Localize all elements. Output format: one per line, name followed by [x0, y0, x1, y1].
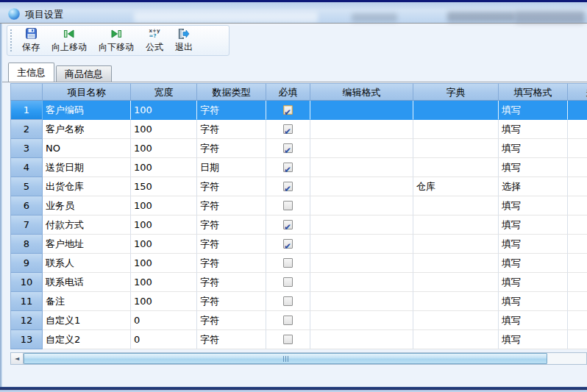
table-row[interactable]: 8客户地址100字符填写 — [10, 235, 587, 254]
row-number[interactable]: 11 — [10, 292, 43, 311]
row-number[interactable]: 12 — [10, 311, 43, 330]
cell-extra[interactable] — [568, 292, 587, 311]
cell-data-type[interactable]: 字符 — [197, 254, 266, 273]
cell-fill-format[interactable]: 填写 — [499, 120, 568, 139]
cell-item-name[interactable]: 备注 — [43, 292, 131, 311]
cell-edit-format[interactable] — [310, 311, 413, 330]
cell-fill-format[interactable]: 填写 — [499, 101, 568, 120]
cell-width[interactable]: 100 — [131, 235, 197, 254]
cell-width[interactable]: 100 — [131, 196, 197, 215]
cell-fill-format[interactable]: 填写 — [499, 235, 568, 254]
cell-width[interactable]: 0 — [131, 311, 197, 330]
cell-fill-format[interactable]: 填写 — [499, 273, 568, 292]
row-number[interactable]: 7 — [10, 215, 43, 235]
cell-edit-format[interactable] — [310, 273, 413, 292]
cell-item-name[interactable]: 出货仓库 — [43, 177, 131, 196]
cell-width[interactable]: 100 — [131, 215, 197, 235]
cell-data-type[interactable]: 字符 — [197, 215, 266, 235]
cell-dictionary[interactable]: 仓库 — [413, 177, 499, 196]
cell-data-type[interactable]: 字符 — [197, 235, 266, 254]
required-checkbox[interactable] — [283, 258, 293, 268]
cell-extra[interactable] — [568, 101, 587, 120]
cell-fill-format[interactable]: 填写 — [499, 139, 568, 158]
cell-width[interactable]: 100 — [131, 139, 197, 158]
cell-item-name[interactable]: NO — [43, 139, 131, 158]
cell-item-name[interactable]: 联系电话 — [43, 273, 131, 292]
row-number[interactable]: 13 — [10, 330, 43, 349]
table-row[interactable]: 12自定义10字符填写 — [10, 311, 587, 330]
cell-extra[interactable] — [568, 330, 587, 349]
cell-extra[interactable] — [568, 215, 587, 235]
toolbar-grip[interactable] — [10, 29, 13, 51]
cell-data-type[interactable]: 字符 — [197, 196, 266, 215]
cell-edit-format[interactable] — [310, 139, 413, 158]
column-header-6[interactable]: 字典 — [413, 83, 499, 101]
cell-edit-format[interactable] — [310, 292, 413, 311]
cell-fill-format[interactable]: 填写 — [499, 311, 568, 330]
cell-item-name[interactable]: 自定义2 — [43, 330, 131, 349]
cell-extra[interactable] — [568, 254, 587, 273]
column-header-1[interactable]: 项目名称 — [43, 83, 131, 101]
cell-data-type[interactable]: 字符 — [197, 139, 266, 158]
cell-edit-format[interactable] — [310, 120, 413, 139]
cell-fill-format[interactable]: 填写 — [499, 196, 568, 215]
move-down-button[interactable]: 向下移动 — [93, 26, 140, 55]
column-header-2[interactable]: 宽度 — [131, 83, 197, 101]
row-number[interactable]: 3 — [10, 139, 43, 158]
table-row[interactable]: 13自定义20字符填写 — [10, 330, 587, 349]
row-number[interactable]: 5 — [10, 177, 43, 196]
required-checkbox[interactable] — [283, 143, 293, 153]
table-row[interactable]: 3NO100字符填写 — [10, 139, 587, 158]
cell-edit-format[interactable] — [310, 254, 413, 273]
cell-data-type[interactable]: 字符 — [197, 177, 266, 196]
cell-extra[interactable] — [568, 177, 587, 196]
table-row[interactable]: 2客户名称100字符填写 — [10, 120, 587, 139]
cell-item-name[interactable]: 联系人 — [43, 254, 131, 273]
column-header-8[interactable]: 关 — [568, 83, 587, 101]
cell-dictionary[interactable] — [413, 254, 499, 273]
cell-width[interactable]: 100 — [131, 158, 197, 177]
required-checkbox[interactable] — [283, 182, 293, 191]
table-row[interactable]: 4送货日期100日期填写 — [10, 158, 587, 177]
cell-edit-format[interactable] — [310, 215, 413, 235]
cell-item-name[interactable]: 客户名称 — [43, 120, 131, 139]
move-up-button[interactable]: 向上移动 — [46, 26, 93, 55]
cell-item-name[interactable]: 自定义1 — [43, 311, 131, 330]
cell-dictionary[interactable] — [413, 273, 499, 292]
cell-width[interactable]: 100 — [131, 120, 197, 139]
cell-fill-format[interactable]: 填写 — [499, 158, 568, 177]
cell-item-name[interactable]: 客户编码 — [43, 101, 131, 120]
cell-data-type[interactable]: 字符 — [197, 120, 266, 139]
tab-product-info[interactable]: 商品信息 — [56, 65, 112, 82]
cell-data-type[interactable]: 字符 — [197, 292, 266, 311]
cell-data-type[interactable]: 日期 — [197, 158, 266, 177]
tab-main-info[interactable]: 主信息 — [8, 63, 54, 82]
cell-fill-format[interactable]: 填写 — [499, 254, 568, 273]
row-number[interactable]: 2 — [10, 120, 43, 139]
cell-extra[interactable] — [568, 235, 587, 254]
cell-extra[interactable] — [568, 311, 587, 330]
table-row[interactable]: 10联系电话100字符填写 — [10, 273, 587, 292]
cell-width[interactable]: 0 — [131, 330, 197, 349]
cell-dictionary[interactable] — [413, 292, 499, 311]
cell-extra[interactable] — [568, 273, 587, 292]
cell-fill-format[interactable]: 填写 — [499, 330, 568, 349]
required-checkbox[interactable] — [283, 335, 293, 344]
row-number[interactable]: 1 — [10, 101, 43, 120]
horizontal-scrollbar[interactable]: ◄ — [10, 352, 587, 365]
table-row[interactable]: 5出货仓库150字符仓库选择 — [10, 177, 587, 196]
row-number[interactable]: 9 — [10, 254, 43, 273]
row-number[interactable]: 10 — [10, 273, 43, 292]
cell-extra[interactable] — [568, 139, 587, 158]
cell-fill-format[interactable]: 选择 — [499, 177, 568, 196]
column-header-3[interactable]: 数据类型 — [197, 83, 266, 101]
cell-data-type[interactable]: 字符 — [197, 330, 266, 349]
cell-dictionary[interactable] — [413, 311, 499, 330]
cell-extra[interactable] — [568, 158, 587, 177]
cell-edit-format[interactable] — [310, 330, 413, 349]
row-number[interactable]: 6 — [10, 196, 43, 215]
cell-width[interactable]: 100 — [131, 292, 197, 311]
required-checkbox[interactable] — [283, 296, 293, 306]
table-row[interactable]: 1客户编码100字符填写 — [10, 101, 587, 120]
required-checkbox[interactable] — [283, 201, 293, 210]
